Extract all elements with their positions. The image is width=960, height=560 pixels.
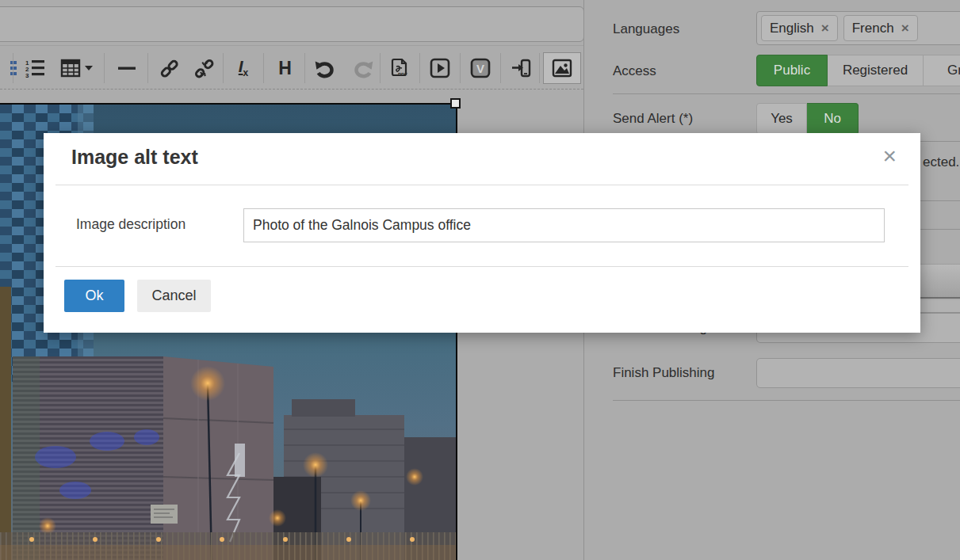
insert-pdf-button[interactable]: PDF xyxy=(382,52,417,84)
image-description-input[interactable] xyxy=(243,208,885,242)
unlink-icon xyxy=(193,58,215,79)
access-public-button[interactable]: Public xyxy=(756,55,828,86)
send-alert-label: Send Alert (*) xyxy=(613,111,693,127)
header-icon: H xyxy=(278,58,291,79)
toolbar-separator xyxy=(380,53,381,83)
access-group-button[interactable]: Gr xyxy=(924,55,960,86)
media-play-icon xyxy=(429,57,451,79)
toolbar-separator xyxy=(500,53,501,83)
dialog-title: Image alt text xyxy=(71,146,198,169)
section-divider xyxy=(613,400,960,401)
language-tag-french[interactable]: French × xyxy=(843,15,918,41)
image-icon xyxy=(551,57,573,79)
horizontal-rule-icon xyxy=(117,58,137,78)
table-button[interactable] xyxy=(54,52,98,84)
svg-text:V: V xyxy=(476,62,484,75)
vimeo-icon: V xyxy=(469,57,491,79)
article-title-input[interactable] xyxy=(0,6,584,42)
image-alt-text-dialog: Image alt text × Image description Ok Ca… xyxy=(44,133,920,333)
toolbar-separator xyxy=(304,53,305,83)
link-icon xyxy=(159,58,180,79)
toolbar-separator xyxy=(539,53,540,83)
remove-link-button[interactable] xyxy=(186,52,221,84)
redo-button[interactable] xyxy=(346,52,381,84)
insert-image-button[interactable] xyxy=(543,52,581,84)
dialog-footer-divider xyxy=(55,266,908,267)
page: 1 2 3 xyxy=(0,0,960,560)
svg-text:3: 3 xyxy=(25,72,29,78)
tag-label: French xyxy=(852,21,894,36)
undo-icon xyxy=(314,58,335,79)
image-description-label: Image description xyxy=(76,216,185,233)
svg-text:PDF: PDF xyxy=(398,72,407,77)
finish-publishing-label: Finish Publishing xyxy=(613,365,715,381)
languages-label: Languages xyxy=(613,21,679,37)
clear-formatting-icon: Ix xyxy=(239,57,249,78)
languages-tags-field[interactable]: English × French × xyxy=(756,11,960,45)
send-alert-yes-button[interactable]: Yes xyxy=(756,103,807,135)
numbered-list-icon: 1 2 3 xyxy=(25,58,45,78)
dialog-header-divider xyxy=(55,185,908,185)
editor-toolbar: 1 2 3 xyxy=(0,45,583,90)
insert-header-button[interactable]: H xyxy=(267,52,302,84)
image-resize-handle[interactable] xyxy=(450,98,461,109)
access-button-group: Public Registered Gr xyxy=(756,55,960,86)
toolbar-separator xyxy=(104,53,105,83)
close-icon[interactable]: × xyxy=(882,144,897,168)
finish-publishing-input[interactable] xyxy=(756,358,960,388)
toolbar-separator xyxy=(419,53,420,83)
send-alert-button-group: Yes No xyxy=(756,103,859,135)
table-dropdown-caret xyxy=(85,66,93,70)
toolbar-separator xyxy=(263,53,264,83)
mobile-arrow-icon xyxy=(511,57,533,79)
numbered-list-button[interactable]: 1 2 3 xyxy=(17,52,52,84)
access-registered-button[interactable]: Registered xyxy=(828,55,924,86)
pdf-icon: PDF xyxy=(388,57,411,79)
bullet-list-icon xyxy=(0,58,17,78)
table-icon xyxy=(60,58,81,78)
send-alert-no-button[interactable]: No xyxy=(807,103,859,135)
language-tag-english[interactable]: English × xyxy=(761,15,838,41)
clear-formatting-button[interactable]: Ix xyxy=(226,52,261,84)
insert-link-button[interactable] xyxy=(151,52,186,84)
insert-vimeo-button[interactable]: V xyxy=(463,52,498,84)
remove-tag-icon[interactable]: × xyxy=(821,21,829,36)
toolbar-separator xyxy=(147,53,148,83)
toolbar-separator xyxy=(223,53,224,83)
undo-button[interactable] xyxy=(307,52,342,84)
ok-button[interactable]: Ok xyxy=(64,280,124,312)
cancel-button[interactable]: Cancel xyxy=(137,280,211,312)
tag-label: English xyxy=(770,21,814,36)
info-message-fragment: ected. xyxy=(923,154,959,170)
redo-icon xyxy=(353,58,374,79)
toolbar-separator xyxy=(460,53,461,83)
horizontal-rule-button[interactable] xyxy=(109,52,144,84)
mobile-preview-button[interactable] xyxy=(504,52,539,84)
toolbar-separator xyxy=(13,53,13,83)
section-divider xyxy=(613,93,960,94)
remove-tag-icon[interactable]: × xyxy=(901,21,909,36)
access-label: Access xyxy=(613,63,656,79)
insert-media-button[interactable] xyxy=(423,52,457,84)
